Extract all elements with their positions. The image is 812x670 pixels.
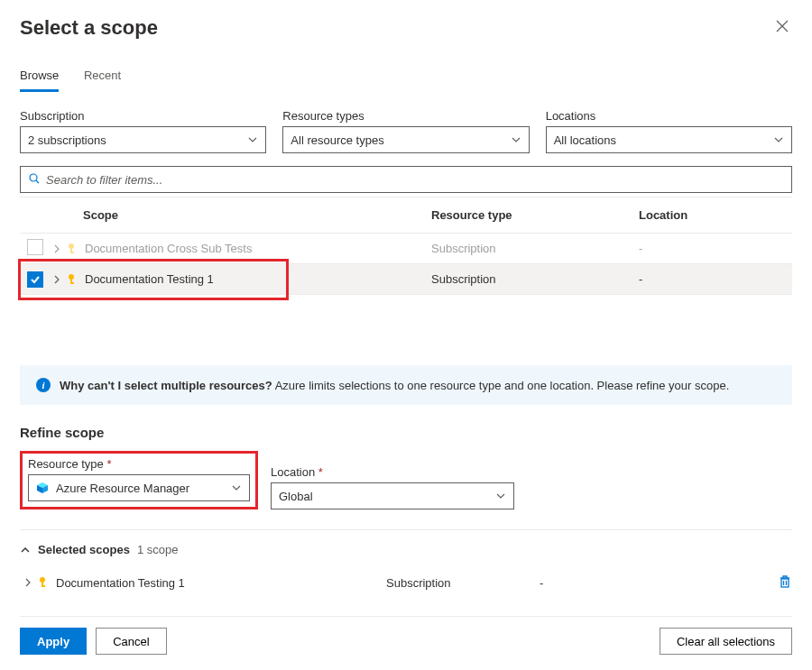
row-resource-type: Subscription [431, 272, 639, 286]
locations-label: Locations [546, 109, 792, 123]
table-row[interactable]: Documentation Testing 1 Subscription - [20, 264, 792, 295]
svg-point-0 [30, 174, 37, 181]
search-box[interactable] [20, 166, 792, 193]
selected-scope-row: Documentation Testing 1 Subscription - [20, 565, 792, 600]
row-location: - [639, 242, 792, 255]
key-icon [38, 576, 51, 589]
locations-dropdown[interactable]: All locations [546, 126, 792, 153]
chevron-up-icon[interactable] [20, 545, 31, 555]
selected-scope-resource-type: Subscription [386, 576, 540, 590]
cube-icon [36, 482, 49, 494]
col-location-header: Location [639, 208, 792, 222]
row-resource-type: Subscription [431, 242, 639, 255]
close-icon[interactable] [772, 16, 792, 39]
svg-rect-3 [70, 252, 74, 253]
chevron-right-icon[interactable] [52, 275, 61, 284]
key-icon [67, 243, 79, 255]
refine-resource-type-dropdown[interactable]: Azure Resource Manager [28, 474, 250, 501]
info-question: Why can't I select multiple resources? [60, 379, 272, 392]
chevron-down-icon [495, 491, 506, 501]
resource-types-value: All resource types [291, 133, 383, 147]
search-icon [28, 172, 41, 188]
row-location: - [639, 272, 792, 286]
chevron-down-icon [511, 134, 521, 145]
refine-scope-heading: Refine scope [20, 425, 792, 440]
col-resource-type-header: Resource type [431, 208, 639, 222]
checkbox[interactable] [27, 239, 43, 255]
info-bar: i Why can't I select multiple resources?… [20, 365, 792, 405]
chevron-right-icon[interactable] [23, 578, 32, 587]
clear-all-button[interactable]: Clear all selections [660, 628, 792, 655]
checkbox[interactable] [27, 271, 43, 288]
table-row[interactable]: Documentation Cross Sub Tests Subscripti… [20, 234, 792, 264]
refine-location-value: Global [279, 490, 313, 503]
refine-resource-type-label: Resource type * [28, 457, 250, 471]
chevron-down-icon [773, 134, 784, 145]
refine-location-label: Location * [271, 465, 514, 479]
table-header: Scope Resource type Location [20, 197, 792, 234]
scope-name: Documentation Testing 1 [85, 272, 214, 286]
chevron-down-icon [231, 482, 242, 493]
subscription-dropdown[interactable]: 2 subscriptions [20, 126, 266, 153]
key-icon [67, 273, 79, 286]
selected-scope-name: Documentation Testing 1 [56, 576, 185, 590]
col-scope-header: Scope [52, 208, 431, 222]
refine-location-dropdown[interactable]: Global [271, 482, 514, 509]
resource-types-dropdown[interactable]: All resource types [282, 126, 529, 153]
selected-scope-location: - [540, 576, 765, 590]
dialog-title: Select a scope [20, 16, 158, 40]
resource-types-label: Resource types [282, 109, 529, 123]
delete-icon[interactable] [778, 578, 792, 592]
refine-resource-type-value: Azure Resource Manager [56, 482, 189, 495]
svg-rect-9 [42, 585, 45, 587]
apply-button[interactable]: Apply [20, 628, 87, 655]
selected-scopes-heading: Selected scopes [38, 543, 130, 556]
info-text: Azure limits selections to one resource … [275, 379, 730, 392]
scope-name: Documentation Cross Sub Tests [85, 242, 252, 255]
subscription-label: Subscription [20, 109, 266, 123]
tab-recent[interactable]: Recent [84, 65, 121, 89]
search-input[interactable] [41, 170, 784, 190]
svg-rect-6 [70, 282, 74, 284]
tab-bar: Browse Recent [20, 65, 792, 93]
annotation-highlight: Resource type * Azure Resource Manager [20, 451, 258, 509]
subscription-value: 2 subscriptions [28, 133, 106, 147]
locations-value: All locations [554, 133, 616, 147]
chevron-right-icon[interactable] [52, 244, 61, 253]
cancel-button[interactable]: Cancel [96, 628, 166, 655]
svg-rect-10 [781, 579, 789, 587]
selected-scopes-count: 1 scope [137, 543, 179, 556]
chevron-down-icon [247, 134, 258, 145]
tab-browse[interactable]: Browse [20, 65, 59, 92]
info-icon: i [36, 378, 51, 392]
